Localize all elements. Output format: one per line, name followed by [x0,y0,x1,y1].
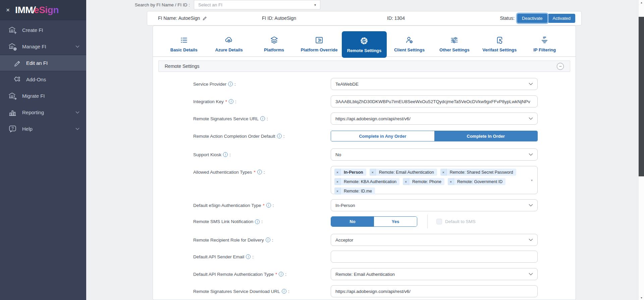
sidebar-item-create-fi[interactable]: Create FI [0,22,86,38]
tab-verifast-settings[interactable]: Verifast Settings [477,31,522,56]
field-label: Default API Sender Email i : [193,251,254,263]
remove-tag-icon[interactable]: × [334,178,341,185]
option-complete-in-order[interactable]: Complete In Order [434,131,538,141]
pencil-icon [13,59,21,67]
info-icon[interactable]: i [257,170,262,174]
info-icon[interactable]: i [277,134,282,138]
collapse-section-button[interactable]: − [557,63,564,70]
label-text: Remote Action Completion Order Default [193,134,275,139]
scrollbar-thumb[interactable] [639,17,644,176]
scroll-up-arrow[interactable]: ▲ [639,0,644,5]
bank-gear-icon [8,42,17,51]
info-icon[interactable]: i [266,238,270,242]
tab-label: Client Settings [394,47,425,52]
edit-fi-name-icon[interactable] [202,16,207,21]
field-label: Support Kiosk i : [193,148,231,161]
vertical-scrollbar: ▲ ▼ [638,0,644,300]
tab-remote-settings[interactable]: Remote Settings [342,31,387,58]
tab-label: Azure Details [215,47,243,52]
option-no[interactable]: No [331,217,374,226]
tag-label: Remote: Shared Secret Password [447,169,516,176]
label-colon: : [272,238,273,243]
status-group: Status: Deactivate Activated [500,11,576,25]
remote-signatures-url-select[interactable]: https://api.adobesign.com/api/rest/v6/ [331,113,538,125]
tab-other-settings[interactable]: Other Settings [432,31,477,56]
tab-platforms[interactable]: Platforms [252,31,297,56]
tab-basic-details[interactable]: Basic Details [161,31,206,56]
remove-tag-icon[interactable]: × [403,178,409,185]
option-complete-any-order[interactable]: Complete in Any Order [331,131,434,141]
input-value: https://api.adobesign.com/api/rest/v6/ [335,289,411,294]
auth-tag: ×Remote: KBA Authentication [334,178,399,185]
remove-tag-icon[interactable]: × [334,187,341,195]
field-label: Remote Signatures Service Download URL i… [193,285,289,297]
default-esign-auth-select[interactable]: In-Person [331,199,538,211]
sidebar-close-icon[interactable]: × [6,7,10,13]
info-icon[interactable]: i [266,203,271,208]
remove-tag-icon[interactable]: × [440,169,447,176]
sidebar-item-manage-fi[interactable]: Manage FI [0,38,86,55]
caret-down-icon[interactable]: ▾ [531,178,533,182]
deactivate-button[interactable]: Deactivate [517,14,547,23]
fi-id-text: FI ID: AutoeSign [262,11,296,25]
field-label: Default API Remote Authentication Type *… [193,268,286,280]
tab-ip-filtering[interactable]: IP IP Filtering [522,31,567,56]
default-api-auth-select[interactable]: Remote: Email Authentication [331,268,538,280]
sidebar-item-label: Help [22,126,33,132]
scroll-down-arrow[interactable]: ▼ [639,295,644,300]
tab-platform-override[interactable]: Platform Override [297,31,341,56]
sidebar-item-edit-an-fi[interactable]: Edit an FI [0,55,86,71]
search-fi-label: Search by FI Name / FI ID : [101,0,190,10]
tag-label: Remote: ID.me [341,187,375,195]
tab-client-settings[interactable]: Client Settings [387,31,432,56]
api-sender-email-input[interactable] [331,251,538,263]
remove-tag-icon[interactable]: × [448,178,454,185]
field-label: Remote Recipient Role for Delivery i : [193,234,273,246]
allowed-auth-types-multiselect[interactable]: ×In-Person ×Remote: Email Authentication… [331,166,538,194]
info-icon[interactable]: i [260,116,265,121]
sidebar-item-help[interactable]: ? Help [0,121,86,137]
service-provider-select[interactable]: TeAWebDE [331,78,538,90]
checkbox-label: Default to SMS [445,219,476,224]
select-value: In-Person [335,203,355,208]
chevron-down-icon [75,45,79,48]
label-colon: : [285,272,286,277]
info-icon[interactable]: i [255,219,260,224]
sidebar-item-label: Manage FI [22,44,46,49]
remove-tag-icon[interactable]: × [334,169,341,176]
section-header: Remote Settings − [158,60,570,72]
label-colon: : [252,254,254,259]
sidebar-item-migrate-fi[interactable]: Migrate FI [0,88,86,104]
info-icon[interactable]: i [246,254,251,259]
vertical-divider [427,215,428,228]
option-yes[interactable]: Yes [374,217,417,226]
download-url-input[interactable]: https://api.adobesign.com/api/rest/v6/ [331,285,538,297]
search-fi-select[interactable]: Select an FI ▾ [194,0,320,9]
label-colon: : [234,82,236,87]
integration-key-input[interactable]: 3AAABLblqZhD30DKWBPu7imEU8SeeWxOu52TQydc… [331,95,538,108]
boxed-arrows-icon [315,36,324,45]
info-icon[interactable]: i [228,82,233,86]
sms-link-toggle: No Yes [331,216,417,227]
info-icon[interactable]: i [223,152,228,157]
info-icon[interactable]: i [279,272,283,276]
info-icon[interactable]: i [229,99,233,104]
label-text: Remote Signatures Service URL [193,116,259,121]
activated-button[interactable]: Activated [548,14,575,23]
default-to-sms-checkbox[interactable] [436,219,442,224]
tab-azure-details[interactable]: Azure Details [206,31,251,56]
sidebar-item-add-ons[interactable]: Add-Ons [0,71,86,88]
required-marker: * [254,170,255,175]
support-kiosk-select[interactable]: No [331,148,538,161]
sidebar: × IMM/eSign Create FI Manage FI Edit an … [0,0,86,300]
tag-label: Remote: KBA Authentication [341,178,399,185]
completion-order-toggle: Complete in Any Order Complete In Order [331,131,538,141]
tab-label: Other Settings [439,47,470,52]
label-text: Remote Signatures Service Download URL [193,289,280,294]
status-button-group: Deactivate Activated [517,14,575,23]
chevron-down-icon [529,273,533,275]
recipient-role-select[interactable]: Acceptor [331,234,538,246]
info-icon[interactable]: i [282,289,286,294]
remove-tag-icon[interactable]: × [370,169,376,176]
sidebar-item-reporting[interactable]: Reporting [0,104,86,121]
